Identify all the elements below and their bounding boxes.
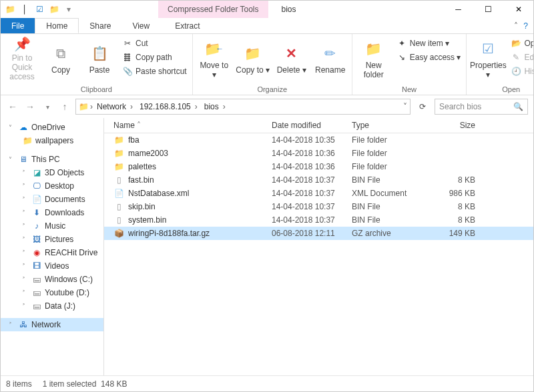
file-name: fba bbox=[128, 135, 140, 145]
file-list[interactable]: 📁fba14-04-2018 10:35File folder📁mame2003… bbox=[104, 133, 533, 375]
forward-button[interactable]: → bbox=[23, 101, 37, 112]
paste-label: Paste bbox=[89, 65, 110, 75]
breadcrumb[interactable]: 📁 › Network 192.168.8.105 bios ˅ bbox=[75, 99, 411, 115]
tab-extract[interactable]: Extract bbox=[164, 18, 210, 33]
table-row[interactable]: 📁palettes14-04-2018 10:36File folder bbox=[104, 160, 533, 173]
file-name: palettes bbox=[128, 162, 156, 171]
file-icon: ▯ bbox=[113, 175, 124, 185]
open-icon: 📂 bbox=[511, 38, 521, 49]
new-item-button[interactable]: ✦New item ▾ bbox=[394, 37, 464, 50]
table-row[interactable]: ▯system.bin14-04-2018 10:37BIN File8 KB bbox=[104, 213, 533, 227]
tree-3d-objects[interactable]: ˃◪3D Objects bbox=[1, 166, 103, 179]
tree-desktop[interactable]: ˃🖵Desktop bbox=[1, 179, 103, 193]
tree-pictures[interactable]: ˃🖼Pictures bbox=[1, 233, 103, 246]
crumb-1[interactable]: 192.168.8.105 bbox=[137, 102, 200, 111]
file-size: 8 KB bbox=[429, 215, 482, 225]
new-folder-button[interactable]: 📁 New folder bbox=[355, 35, 392, 82]
breadcrumb-icon: 📁 bbox=[79, 102, 89, 111]
videos-icon: 🎞 bbox=[31, 261, 42, 271]
tree-youtube-d[interactable]: ˃🖴Youtube (D:) bbox=[1, 286, 103, 299]
qat-customize-icon[interactable]: ▾ bbox=[62, 3, 75, 16]
pin-quick-access-button[interactable]: 📌 Pin to Quick access bbox=[3, 35, 41, 82]
col-size[interactable]: Size bbox=[429, 121, 482, 130]
qat-folder2-icon[interactable]: 📁 bbox=[47, 3, 61, 16]
history-button[interactable]: 🕘History bbox=[508, 65, 534, 78]
paste-shortcut-button[interactable]: 📎Paste shortcut bbox=[119, 65, 190, 78]
delete-button[interactable]: ✕ Delete ▾ bbox=[273, 35, 310, 82]
paste-button[interactable]: 📋 Paste bbox=[81, 35, 118, 82]
file-name: NstDatabase.xml bbox=[128, 189, 189, 198]
properties-button[interactable]: ☑ Properties ▾ bbox=[469, 35, 507, 82]
tree-data-j[interactable]: ˃🖴Data (J:) bbox=[1, 299, 103, 313]
table-row[interactable]: 📄NstDatabase.xml14-04-2018 10:37XML Docu… bbox=[104, 187, 533, 200]
search-placeholder: Search bios bbox=[439, 102, 481, 111]
tree-music[interactable]: ˃♪Music bbox=[1, 219, 103, 233]
table-row[interactable]: ▯fast.bin14-04-2018 10:37BIN File8 KB bbox=[104, 173, 533, 187]
open-button[interactable]: 📂Open ▾ bbox=[508, 37, 534, 50]
easy-access-button[interactable]: ↘Easy access ▾ bbox=[394, 51, 464, 64]
file-name: mame2003 bbox=[128, 149, 168, 158]
nav-tree[interactable]: ˅☁OneDrive 📁wallpapers ˅🖥This PC ˃◪3D Ob… bbox=[1, 118, 104, 375]
rename-button[interactable]: ✏ Rename bbox=[312, 35, 349, 82]
copy-icon: ⧉ bbox=[50, 43, 71, 64]
tree-windows-c[interactable]: ˃🖴Windows (C:) bbox=[1, 273, 103, 286]
tree-wallpapers[interactable]: 📁wallpapers bbox=[1, 134, 103, 147]
file-date: 14-04-2018 10:36 bbox=[272, 149, 352, 158]
tree-documents[interactable]: ˃📄Documents bbox=[1, 193, 103, 206]
col-type[interactable]: Type bbox=[352, 121, 429, 130]
gz-icon: 📦 bbox=[113, 228, 124, 239]
back-button[interactable]: ← bbox=[6, 101, 19, 112]
tree-reachit[interactable]: ˃◉REACHit Drive bbox=[1, 246, 103, 259]
tab-home[interactable]: Home bbox=[35, 18, 79, 33]
move-to-button[interactable]: 📁← Move to ▾ bbox=[196, 35, 233, 82]
search-icon: 🔍 bbox=[513, 102, 523, 111]
copy-to-button[interactable]: 📁 Copy to ▾ bbox=[234, 35, 272, 82]
close-button[interactable]: ✕ bbox=[503, 1, 533, 18]
qat-folder-icon[interactable]: 📁 bbox=[3, 3, 17, 16]
tab-view[interactable]: View bbox=[121, 18, 160, 33]
edit-button[interactable]: ✎Edit bbox=[508, 51, 534, 64]
table-row[interactable]: 📦wiringPi-8d188fa.tar.gz06-08-2018 12:11… bbox=[104, 227, 533, 240]
tree-onedrive[interactable]: ˅☁OneDrive bbox=[1, 121, 103, 134]
cut-button[interactable]: ✂Cut bbox=[119, 37, 190, 50]
file-type: BIN File bbox=[352, 215, 429, 225]
table-row[interactable]: 📁fba14-04-2018 10:35File folder bbox=[104, 133, 533, 147]
crumb-2[interactable]: bios bbox=[202, 102, 228, 111]
tree-videos[interactable]: ˃🎞Videos bbox=[1, 259, 103, 273]
col-name[interactable]: Name ˄ bbox=[108, 121, 272, 130]
rename-icon: ✏ bbox=[320, 43, 341, 64]
tab-share[interactable]: Share bbox=[79, 18, 121, 33]
help-icon[interactable]: ? bbox=[523, 21, 528, 31]
breadcrumb-dropdown-icon[interactable]: ˅ bbox=[403, 102, 407, 111]
col-date[interactable]: Date modified bbox=[272, 121, 352, 130]
file-name: system.bin bbox=[128, 215, 166, 225]
downloads-icon: ⬇ bbox=[31, 207, 42, 218]
table-row[interactable]: 📁mame200314-04-2018 10:36File folder bbox=[104, 147, 533, 160]
tree-downloads[interactable]: ˃⬇Downloads bbox=[1, 206, 103, 219]
properties-icon: ☑ bbox=[477, 38, 499, 59]
tree-network[interactable]: ˃🖧Network bbox=[1, 318, 103, 331]
pictures-icon: 🖼 bbox=[31, 234, 42, 245]
qat-check-icon[interactable]: ☑ bbox=[33, 3, 46, 16]
copy-path-button[interactable]: 🛤Copy path bbox=[119, 51, 190, 64]
pin-label: Pin to Quick access bbox=[5, 53, 39, 81]
copy-button[interactable]: ⧉ Copy bbox=[42, 35, 79, 82]
recent-dropdown[interactable]: ▾ bbox=[41, 103, 54, 111]
search-input[interactable]: Search bios 🔍 bbox=[435, 99, 528, 115]
drive-icon: 🖴 bbox=[31, 301, 42, 311]
tab-file[interactable]: File bbox=[1, 18, 35, 33]
status-selected: 1 item selected 148 KB bbox=[43, 379, 127, 389]
file-date: 14-04-2018 10:36 bbox=[272, 162, 352, 171]
maximize-button[interactable]: ☐ bbox=[473, 1, 503, 18]
crumb-0[interactable]: Network bbox=[94, 102, 136, 111]
file-type: GZ archive bbox=[352, 229, 429, 238]
new-item-icon: ✦ bbox=[396, 38, 407, 49]
tree-this-pc[interactable]: ˅🖥This PC bbox=[1, 153, 103, 166]
minimize-button[interactable]: ─ bbox=[443, 1, 473, 18]
documents-icon: 📄 bbox=[31, 194, 42, 205]
ribbon-collapse-icon[interactable]: ˄ bbox=[514, 21, 518, 31]
pc-icon: 🖥 bbox=[18, 154, 29, 165]
refresh-button[interactable]: ⟳ bbox=[415, 102, 431, 111]
up-button[interactable]: ↑ bbox=[58, 101, 71, 112]
table-row[interactable]: ▯skip.bin14-04-2018 10:37BIN File8 KB bbox=[104, 200, 533, 213]
